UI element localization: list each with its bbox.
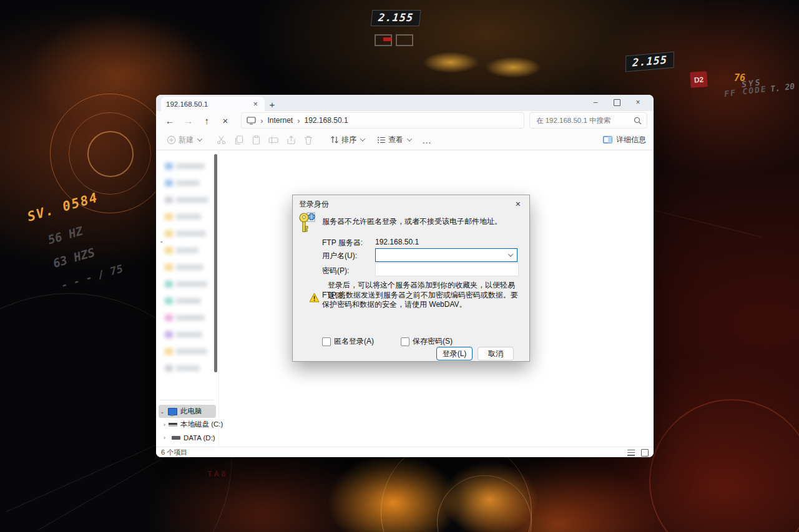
- sidebar-divider: [160, 400, 213, 400]
- minimize-button[interactable]: –: [585, 95, 606, 109]
- username-input[interactable]: [378, 249, 507, 261]
- stop-refresh-button[interactable]: ×: [218, 113, 233, 128]
- sidebar-item-clipped: ›: [156, 444, 218, 449]
- tab-close-icon[interactable]: ×: [251, 99, 260, 109]
- large-icons-view-icon[interactable]: [641, 449, 649, 457]
- sidebar-item-blurred[interactable]: [156, 293, 218, 309]
- chevron-down-icon: [407, 136, 412, 141]
- checkbox-icon[interactable]: [401, 337, 409, 346]
- hud-d2-badge: D2: [690, 71, 708, 88]
- sidebar-item-blurred[interactable]: [156, 343, 218, 360]
- password-label: 密码(P):: [322, 266, 349, 276]
- drive-tree: ⌄ 此电脑 › 本地磁盘 (C:) › DATA (D:) ›: [156, 405, 218, 449]
- this-pc-label: 此电脑: [180, 407, 202, 416]
- window-controls: – ×: [585, 95, 649, 110]
- chevron-right-icon[interactable]: ›: [164, 422, 165, 428]
- this-pc-icon: [168, 408, 177, 415]
- rename-icon: [268, 135, 278, 145]
- maximize-icon: [614, 99, 620, 106]
- chevron-down-icon: [197, 136, 202, 141]
- view-button-label: 查看: [388, 135, 403, 145]
- paste-button[interactable]: [247, 132, 265, 147]
- checkbox-icon[interactable]: [322, 337, 331, 346]
- new-button[interactable]: 新建: [162, 133, 206, 147]
- sidebar-item-blurred[interactable]: [156, 175, 218, 191]
- sidebar-item-blurred[interactable]: [156, 309, 218, 326]
- dialog-close-button[interactable]: ×: [513, 199, 523, 209]
- password-input[interactable]: [375, 263, 519, 276]
- tab-title: 192.168.50.1: [166, 100, 251, 108]
- sort-button-label: 排序: [341, 135, 356, 145]
- breadcrumb-internet[interactable]: Internet: [267, 116, 293, 125]
- clipboard-icon: [252, 135, 261, 145]
- anonymous-login-checkbox[interactable]: 匿名登录(A): [322, 336, 374, 347]
- share-icon: [287, 135, 296, 145]
- sidebar-item-blurred[interactable]: [156, 208, 218, 225]
- sidebar-item-blurred[interactable]: [156, 326, 218, 343]
- chevron-down-icon[interactable]: [508, 251, 513, 256]
- cut-button[interactable]: [212, 132, 230, 147]
- chevron-right-icon: ›: [297, 116, 300, 125]
- server-label: FTP 服务器:: [322, 238, 363, 248]
- forward-button[interactable]: →: [181, 113, 197, 128]
- login-button[interactable]: 登录(L): [436, 347, 473, 360]
- address-bar[interactable]: › Internet › 192.168.50.1: [241, 112, 524, 128]
- warning-icon: [309, 293, 320, 302]
- up-button[interactable]: ↑: [199, 113, 215, 128]
- chevron-right-icon: ›: [260, 116, 263, 125]
- status-bar: 6 个项目: [156, 447, 654, 457]
- cancel-button[interactable]: 取消: [478, 347, 514, 360]
- sidebar-item-blurred[interactable]: [156, 191, 218, 208]
- list-view-icon[interactable]: [627, 450, 635, 456]
- sidebar-item-blurred[interactable]: [156, 225, 218, 242]
- search-input[interactable]: [535, 116, 634, 125]
- drive-d-label: DATA (D:): [184, 434, 215, 442]
- scissors-icon: [217, 135, 226, 145]
- sort-button[interactable]: 排序: [326, 133, 369, 147]
- copy-button[interactable]: [230, 132, 247, 147]
- chevron-down-icon[interactable]: ⌄: [159, 238, 164, 244]
- sort-arrows-icon: [330, 135, 339, 144]
- sidebar-item-blurred[interactable]: [156, 242, 218, 259]
- sidebar-item-drive-d[interactable]: › DATA (D:): [156, 431, 218, 444]
- server-value: 192.168.50.1: [375, 238, 419, 246]
- search-box[interactable]: [529, 112, 647, 128]
- navigation-pane: ⌄ ⌄ 此电脑 › 本地磁盘 (C:) › DATA (D:): [156, 150, 219, 447]
- new-tab-button[interactable]: +: [265, 97, 280, 111]
- username-combobox[interactable]: [375, 248, 517, 262]
- see-more-button[interactable]: …: [416, 135, 438, 145]
- save-password-label: 保存密码(S): [413, 336, 453, 347]
- rename-button[interactable]: [265, 132, 282, 147]
- item-count: 6 个项目: [161, 448, 187, 457]
- hud-bracket: [396, 34, 413, 46]
- sidebar-item-blurred[interactable]: [156, 360, 218, 377]
- back-button[interactable]: ←: [162, 113, 178, 128]
- chevron-down-icon[interactable]: ⌄: [160, 409, 165, 415]
- maximize-button[interactable]: [606, 95, 627, 109]
- chevron-right-icon[interactable]: ›: [164, 435, 169, 441]
- share-button[interactable]: [282, 132, 300, 147]
- details-pane-button[interactable]: 详细信息: [603, 135, 646, 145]
- new-button-label: 新建: [179, 135, 194, 145]
- breadcrumb-host[interactable]: 192.168.50.1: [305, 116, 348, 125]
- sidebar-item-blurred[interactable]: [156, 158, 218, 175]
- ftp-warning-text: FTP 将数据发送到服务器之前不加密或编码密码或数据。要保护密码和数据的安全，请…: [322, 291, 521, 309]
- dialog-title-bar[interactable]: 登录身份 ×: [293, 195, 529, 213]
- sidebar-scrollbar[interactable]: [214, 154, 217, 372]
- sidebar-item-drive-c[interactable]: › 本地磁盘 (C:): [156, 418, 218, 431]
- explorer-tab[interactable]: 192.168.50.1 ×: [161, 97, 265, 111]
- sidebar-item-this-pc[interactable]: ⌄ 此电脑: [159, 405, 216, 418]
- close-button[interactable]: ×: [627, 95, 649, 109]
- hud-red-indicator: [383, 37, 391, 41]
- username-label: 用户名(U):: [322, 251, 357, 261]
- view-button[interactable]: 查看: [373, 133, 416, 147]
- sidebar-item-blurred[interactable]: [156, 276, 218, 293]
- hud-gauge-top: 2.155: [371, 10, 421, 26]
- sidebar-item-blurred[interactable]: [156, 259, 218, 276]
- delete-button[interactable]: [300, 132, 317, 147]
- save-password-checkbox[interactable]: 保存密码(S): [401, 336, 453, 347]
- ftp-login-dialog: 登录身份 × 服务器不允许匿名登录，或者不接受该电子邮件地址。 FTP 服务器:…: [292, 195, 530, 362]
- plus-circle-icon: [167, 135, 176, 145]
- mech-ring: [87, 131, 134, 177]
- dialog-title: 登录身份: [299, 199, 513, 210]
